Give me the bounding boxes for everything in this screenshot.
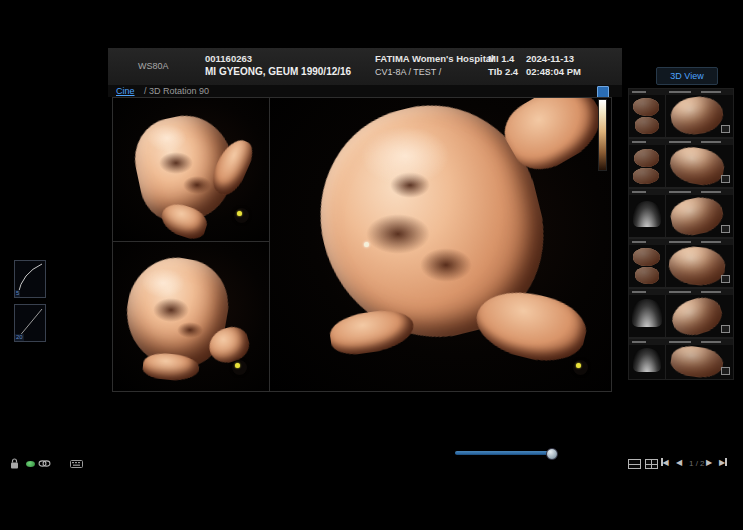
exam-date: 2024-11-13: [526, 53, 574, 64]
split-layout-icon[interactable]: [628, 459, 641, 469]
thumbnail-caption: [629, 339, 733, 345]
linear-curve-value: 20: [15, 334, 24, 341]
mi-value: MI 1.4: [488, 53, 514, 64]
cine-slider-thumb[interactable]: [546, 448, 558, 460]
saved-image-icon: [721, 325, 730, 333]
yellow-dot-marker[interactable]: [573, 360, 588, 375]
hospital-name: FATIMA Women's Hospital: [375, 53, 494, 64]
thumbnail-caption: [629, 89, 733, 95]
ultrasound-screen: WS80A 001160263 MI GYEONG, GEUM 1990/12/…: [0, 0, 743, 530]
link-icon[interactable]: [38, 459, 51, 468]
yellow-dot-marker[interactable]: [234, 208, 249, 223]
quad-layout-icon[interactable]: [645, 459, 658, 469]
prev-frame-icon[interactable]: ◀: [676, 458, 682, 467]
3d-panel-main[interactable]: [269, 97, 612, 392]
keyboard-icon[interactable]: [70, 460, 83, 468]
render-colormap: [598, 99, 607, 171]
thumbnail-5[interactable]: [628, 288, 734, 338]
cine-mode-bar: Cine / 3D Rotation 90: [108, 85, 622, 97]
gamma-curve-box[interactable]: 5: [14, 260, 46, 298]
thumbnail-6[interactable]: [628, 338, 734, 380]
cine-link[interactable]: Cine: [116, 85, 135, 97]
render-cursor-dot: [364, 242, 369, 247]
thumbnail-1[interactable]: [628, 88, 734, 138]
thumbnail-caption: [629, 289, 733, 295]
page-indicator: 1 / 2: [689, 459, 705, 468]
grayscale-ultrasound-thumb: [633, 348, 661, 372]
thumbnail-2[interactable]: [628, 138, 734, 188]
thumbnail-caption: [629, 139, 733, 145]
thumbnail-caption: [629, 189, 733, 195]
next-frame-icon[interactable]: ▶: [706, 458, 712, 467]
saved-image-icon: [721, 175, 730, 183]
gamma-curve-value: 5: [15, 290, 20, 297]
machine-model: WS80A: [138, 61, 169, 71]
3d-panel-bottom-left[interactable]: [112, 241, 270, 392]
patient-id: 001160263: [205, 53, 252, 64]
mode-label: / 3D Rotation 90: [144, 85, 209, 97]
fetal-limb-render: [328, 306, 417, 357]
saved-image-icon: [721, 367, 730, 375]
3d-panel-top-left[interactable]: [112, 97, 270, 242]
first-frame-icon[interactable]: ◀: [661, 458, 669, 467]
grayscale-ultrasound-thumb: [632, 299, 662, 327]
thumbnail-3[interactable]: [628, 188, 734, 238]
patient-name: MI GYEONG, GEUM 1990/12/16: [205, 66, 351, 77]
saved-image-icon: [721, 225, 730, 233]
linear-curve-box[interactable]: 20: [14, 304, 46, 342]
saved-image-icon: [721, 125, 730, 133]
probe-preset: CV1-8A / TEST /: [375, 67, 441, 77]
thumbnail-caption: [629, 239, 733, 245]
3d-view-button[interactable]: 3D View: [656, 67, 718, 85]
header-bar: WS80A 001160263 MI GYEONG, GEUM 1990/12/…: [108, 48, 622, 86]
thumbnail-4[interactable]: [628, 238, 734, 288]
grayscale-ultrasound-thumb: [633, 201, 661, 227]
lock-icon[interactable]: [10, 458, 19, 469]
tib-value: TIb 2.4: [488, 66, 518, 77]
last-frame-icon[interactable]: ▶: [719, 458, 727, 467]
saved-image-icon: [721, 275, 730, 283]
probe-status-icon: [26, 461, 35, 467]
exam-time: 02:48:04 PM: [526, 66, 581, 77]
yellow-dot-marker[interactable]: [232, 360, 247, 375]
cine-frame-slider[interactable]: [455, 451, 556, 455]
